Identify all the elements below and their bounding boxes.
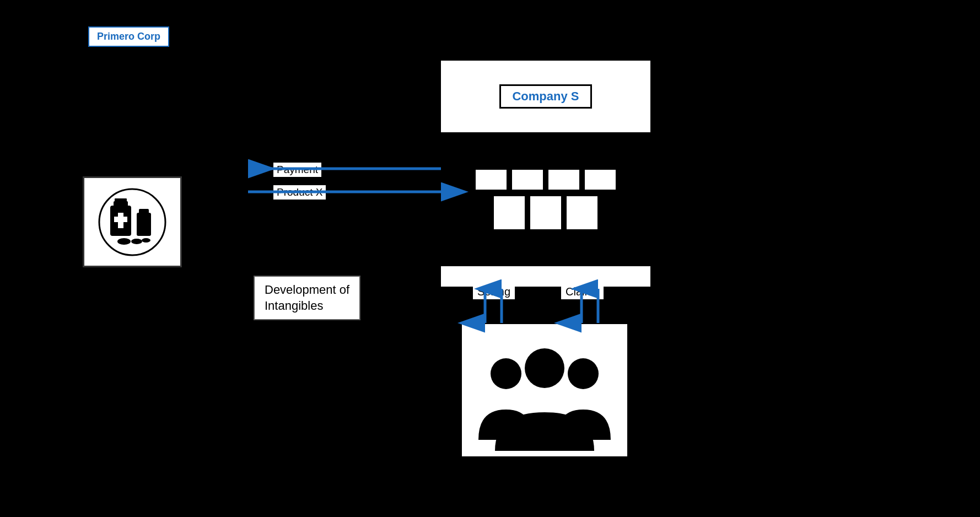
machine-rect-6 [530,196,561,229]
company-s-header: Company S [441,61,650,132]
svg-point-0 [99,189,165,255]
company-s-bottom-strip [441,265,650,287]
machine-rect-7 [567,196,597,229]
diagram-container: Primero Corp Development of Intangibles … [0,0,980,517]
dev-intangibles-box: Development of Intangibles [254,276,360,320]
machine-rect-4 [585,170,616,190]
svg-rect-3 [115,198,127,203]
machine-rect-1 [476,170,507,190]
svg-point-8 [117,238,131,245]
svg-point-9 [131,239,142,244]
svg-point-11 [491,358,521,389]
selling-label: Selling [473,284,515,299]
company-s-label: Company S [499,84,591,109]
svg-rect-5 [114,217,127,222]
company-s-container: Company S [441,61,650,287]
machine-rect-5 [494,196,525,229]
machine-rect-3 [548,170,579,190]
claims-label: Claims [561,284,604,299]
primero-corp-label: Primero Corp [88,26,169,47]
svg-point-13 [525,348,564,388]
customers-box [462,324,627,456]
customers-svg [462,324,627,456]
machine-row-top [476,170,616,190]
payment-label: Payment [273,163,321,177]
machine-rect-2 [512,170,543,190]
svg-rect-7 [139,209,149,214]
medicine-icon-box [83,176,182,267]
machine-row-bottom [494,196,597,229]
factory-block [441,132,650,265]
productx-label: Product X [273,185,326,200]
svg-rect-6 [137,213,151,236]
svg-point-12 [568,358,599,389]
svg-point-10 [142,238,150,243]
